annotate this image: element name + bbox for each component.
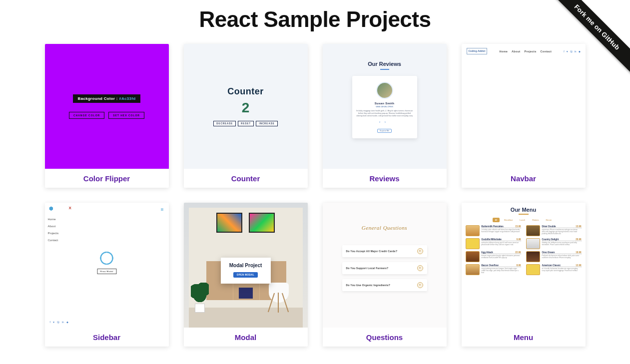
thumb-questions: General Questions Do You Accept All Majo… [323, 203, 447, 328]
card-label: Navbar [462, 169, 586, 188]
expand-icon: + [417, 282, 423, 288]
linkedin-icon: in [575, 50, 577, 53]
menu-grid: Buttermilk Pancakes15.99I'm baby woke ml… [466, 225, 582, 275]
counter-inc: INCREASE [256, 121, 277, 126]
question-item: Do You Accept All Major Credit Cards? + [342, 245, 427, 257]
project-card-questions[interactable]: General Questions Do You Accept All Majo… [323, 203, 447, 347]
react-logo-icon [100, 252, 113, 265]
avatar [376, 82, 393, 99]
chair-icon [269, 278, 293, 313]
expand-icon: + [417, 248, 423, 254]
thumb-modal: Modal Project OPEN MODAL [184, 203, 308, 328]
expand-icon: + [417, 265, 423, 271]
card-label: Sidebar [45, 328, 169, 347]
behance-icon: Ⓑ [570, 50, 573, 53]
project-card-sidebar[interactable]: ⬢ X ≡ Home About Projects Contact Show M… [45, 203, 169, 347]
reviews-heading: Our Reviews [368, 61, 401, 67]
card-label: Color Flipper [45, 169, 169, 188]
projects-grid: Background Color : #Ac33fd CHANGE COLOR … [0, 44, 630, 347]
project-card-color-flipper[interactable]: Background Color : #Ac33fd CHANGE COLOR … [45, 44, 169, 188]
thumb-reviews: Our Reviews Susan Smith WEB DEVELOPER I'… [323, 44, 447, 169]
menu-filters: All Breakfast Lunch Shakes Dinner [466, 218, 582, 222]
question-item: Do You Support Local Farmers? + [342, 262, 427, 274]
review-name: Susan Smith [356, 102, 413, 105]
show-modal-btn: Show Modal [97, 269, 116, 274]
project-card-navbar[interactable]: Coding Addict Home About Projects Contac… [462, 44, 586, 188]
sidebar-menu: Home About Projects Contact [48, 218, 59, 242]
question-item: Do You Use Organic Ingredients? + [342, 279, 427, 291]
cf-hex-btn: SET HEX COLOR [108, 112, 144, 119]
page-title: React Sample Projects [0, 0, 630, 44]
modal-dialog: Modal Project OPEN MODAL [221, 258, 271, 284]
card-label: Modal [184, 328, 308, 347]
close-icon: X [69, 206, 71, 210]
wall-art-icon [249, 213, 275, 233]
facebook-icon: f [564, 50, 564, 53]
wall-art-icon [216, 213, 242, 233]
modal-title: Modal Project [225, 263, 267, 268]
project-card-counter[interactable]: Counter 2 DECREASE RESET INCREASE Counte… [184, 44, 308, 188]
plant-icon [191, 283, 209, 313]
menu-heading: Our Menu [466, 207, 582, 213]
project-card-menu[interactable]: Our Menu All Breakfast Lunch Shakes Dinn… [462, 203, 586, 347]
navbar-social-icons: f♥Ⓑin◆ [564, 50, 580, 53]
card-label: Menu [462, 328, 586, 347]
navbar-links: Home About Projects Contact [500, 50, 552, 53]
card-label: Reviews [323, 169, 447, 188]
sidebar-logo-icon: ⬢ [49, 206, 53, 211]
open-modal-btn: OPEN MODAL [233, 272, 258, 278]
navbar-logo: Coding Addict [467, 48, 488, 54]
card-label: Questions [323, 328, 447, 347]
hamburger-icon: ≡ [161, 207, 164, 212]
project-card-modal[interactable]: Modal Project OPEN MODAL Modal [184, 203, 308, 347]
review-card: Susan Smith WEB DEVELOPER I'm baby meggi… [352, 76, 417, 138]
review-text: I'm baby meggings twee health goth +1. B… [356, 110, 413, 117]
counter-dec: DECREASE [213, 121, 236, 126]
surprise-btn: Surprise Me [377, 129, 392, 133]
counter-title: Counter [227, 86, 264, 97]
twitter-icon: ♥ [567, 50, 568, 53]
thumb-menu: Our Menu All Breakfast Lunch Shakes Dinn… [462, 203, 586, 328]
questions-heading: General Questions [362, 225, 407, 231]
review-role: WEB DEVELOPER [356, 105, 413, 108]
sketch-icon: ◆ [579, 50, 581, 53]
sidebar-social-icons: f♥Ⓑin◆ [50, 321, 68, 324]
cf-color-label: Background Color : #Ac33fd [73, 94, 141, 103]
thumb-color-flipper: Background Color : #Ac33fd CHANGE COLOR … [45, 44, 169, 169]
thumb-navbar: Coding Addict Home About Projects Contac… [462, 44, 586, 169]
thumb-sidebar: ⬢ X ≡ Home About Projects Contact Show M… [45, 203, 169, 328]
counter-reset: RESET [238, 121, 254, 126]
card-label: Counter [184, 169, 308, 188]
project-card-reviews[interactable]: Our Reviews Susan Smith WEB DEVELOPER I'… [323, 44, 447, 188]
counter-value: 2 [242, 100, 250, 116]
review-nav-icons: ‹› [356, 120, 413, 124]
thumb-counter: Counter 2 DECREASE RESET INCREASE [184, 44, 308, 169]
cf-change-btn: CHANGE COLOR [69, 112, 104, 119]
